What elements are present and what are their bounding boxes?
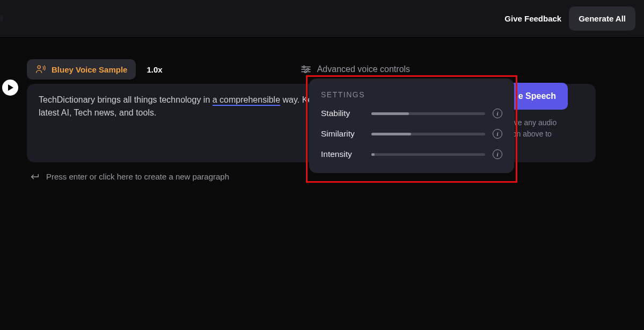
- stability-slider[interactable]: [371, 112, 485, 115]
- voice-tab-active[interactable]: Bluey Voice Sample: [27, 59, 136, 80]
- window-edge-dot: [0, 15, 3, 21]
- info-icon[interactable]: i: [493, 149, 502, 159]
- svg-point-6: [304, 71, 306, 73]
- spellcheck-underline[interactable]: a comprehensible: [213, 95, 280, 106]
- settings-title: SETTINGS: [321, 90, 502, 99]
- advanced-voice-controls[interactable]: Advanced voice controls: [301, 64, 410, 74]
- new-paragraph-label: Press enter or click here to create a ne…: [46, 172, 229, 181]
- svg-point-2: [303, 66, 305, 68]
- similarity-slider[interactable]: [371, 133, 485, 135]
- new-paragraph-hint[interactable]: Press enter or click here to create a ne…: [30, 172, 617, 181]
- svg-point-4: [306, 68, 309, 70]
- slider-fill: [371, 153, 375, 156]
- setting-row-stability: Stability i: [321, 109, 502, 118]
- voice-icon: [35, 64, 46, 74]
- info-icon[interactable]: i: [493, 129, 502, 139]
- playback-speed[interactable]: 1.0x: [147, 65, 162, 74]
- voice-tab-label: Bluey Voice Sample: [52, 65, 127, 74]
- slider-fill: [371, 112, 409, 115]
- svg-point-0: [38, 66, 40, 68]
- slider-fill: [371, 133, 411, 135]
- advanced-controls-label: Advanced voice controls: [317, 64, 410, 74]
- text-segment: TechDictionary brings all things technol…: [39, 95, 213, 104]
- settings-popover: SETTINGS Stability i Similarity i Intens…: [309, 78, 514, 173]
- info-icon[interactable]: i: [493, 109, 502, 118]
- editor-text[interactable]: TechDictionary brings all things technol…: [39, 94, 339, 119]
- setting-row-intensity: Intensity i: [321, 149, 502, 159]
- intensity-slider[interactable]: [371, 153, 485, 156]
- top-bar: Give Feedback Generate All: [0, 0, 644, 38]
- give-feedback-link[interactable]: Give Feedback: [504, 14, 561, 23]
- setting-label: Similarity: [321, 129, 364, 139]
- text-segment: latest AI, Tech news, and tools.: [39, 108, 156, 117]
- setting-row-similarity: Similarity i: [321, 129, 502, 139]
- setting-label: Stability: [321, 109, 364, 118]
- setting-label: Intensity: [321, 149, 364, 159]
- enter-icon: [30, 173, 40, 181]
- sliders-icon: [301, 65, 311, 74]
- generate-all-button[interactable]: Generate All: [569, 6, 635, 31]
- tabs-row: Bluey Voice Sample 1.0x Advanced voice c…: [27, 59, 617, 80]
